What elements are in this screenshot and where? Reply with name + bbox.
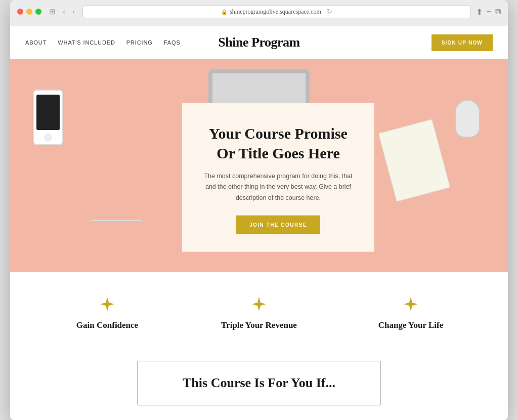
svg-marker-1 <box>252 297 266 311</box>
url-text: shineprogramgolive.squarespace.com <box>230 8 321 16</box>
forward-button[interactable]: › <box>70 7 77 17</box>
back-button[interactable]: ‹ <box>60 7 68 17</box>
phone-decoration <box>33 90 63 145</box>
benefit-icon-1 <box>100 297 114 313</box>
nav-about[interactable]: ABOUT <box>25 39 47 46</box>
new-tab-icon[interactable]: + <box>487 7 491 16</box>
benefit-item-3: Change Your Life <box>335 297 487 330</box>
browser-top-bar: ⊞ ‹ › 🔒 shineprogramgolive.squarespace.c… <box>17 5 501 18</box>
hero-section: Your Course Promise Or Title Goes Here T… <box>10 59 508 272</box>
nav-pricing[interactable]: PRICING <box>126 39 153 46</box>
svg-marker-2 <box>404 297 418 311</box>
share-icon[interactable]: ⬆ <box>476 7 483 17</box>
course-for-box: This Course Is For You If... <box>138 361 380 405</box>
tab-bar <box>17 22 501 26</box>
benefit-label-2: Triple Your Revenue <box>221 320 297 330</box>
svg-marker-0 <box>100 297 114 311</box>
hero-description: The most comprehensive program for doing… <box>200 171 357 203</box>
course-for-title: This Course Is For You If... <box>158 375 360 391</box>
minimize-button[interactable] <box>26 9 32 15</box>
browser-dots <box>17 9 41 15</box>
browser-actions: ⬆ + ⧉ <box>476 7 501 17</box>
benefits-section: Gain Confidence Triple Your Revenue Chan… <box>10 272 508 351</box>
reload-icon[interactable]: ↻ <box>327 8 332 16</box>
nav-whats-included[interactable]: WHAT'S INCLUDED <box>58 39 115 46</box>
site-brand: Shine Program <box>218 35 299 50</box>
benefit-icon-2 <box>252 297 266 313</box>
nav-links: ABOUT WHAT'S INCLUDED PRICING FAQS <box>25 39 181 46</box>
bottom-section: This Course Is For You If... <box>10 351 508 420</box>
nav-faqs[interactable]: FAQS <box>164 39 181 46</box>
mouse-decoration <box>455 100 480 138</box>
hero-title: Your Course Promise Or Title Goes Here <box>200 123 357 163</box>
maximize-button[interactable] <box>35 9 41 15</box>
sidebar-toggle-icon[interactable]: ⊞ <box>47 6 58 17</box>
close-button[interactable] <box>17 9 23 15</box>
address-bar[interactable]: 🔒 shineprogramgolive.squarespace.com ↻ <box>82 5 471 18</box>
benefit-item-1: Gain Confidence <box>31 297 183 330</box>
benefit-item-2: Triple Your Revenue <box>183 297 335 330</box>
join-course-button[interactable]: JOIN THE COURSE <box>236 215 320 234</box>
tabs-icon[interactable]: ⧉ <box>495 7 501 16</box>
benefit-icon-3 <box>404 297 418 313</box>
lock-icon: 🔒 <box>221 9 227 15</box>
hero-card: Your Course Promise Or Title Goes Here T… <box>182 103 374 252</box>
benefit-label-3: Change Your Life <box>378 320 443 330</box>
phone-button <box>45 134 52 141</box>
earphones-decoration <box>91 220 142 221</box>
signup-button[interactable]: SIGN UP NOW <box>431 34 493 51</box>
site-nav: ABOUT WHAT'S INCLUDED PRICING FAQS Shine… <box>10 26 508 59</box>
browser-window: ⊞ ‹ › 🔒 shineprogramgolive.squarespace.c… <box>10 0 508 420</box>
browser-chrome: ⊞ ‹ › 🔒 shineprogramgolive.squarespace.c… <box>10 0 508 26</box>
site-content: ABOUT WHAT'S INCLUDED PRICING FAQS Shine… <box>10 26 508 420</box>
browser-nav-controls: ⊞ ‹ › <box>47 6 77 17</box>
benefit-label-1: Gain Confidence <box>76 320 138 330</box>
phone-screen <box>36 95 60 130</box>
